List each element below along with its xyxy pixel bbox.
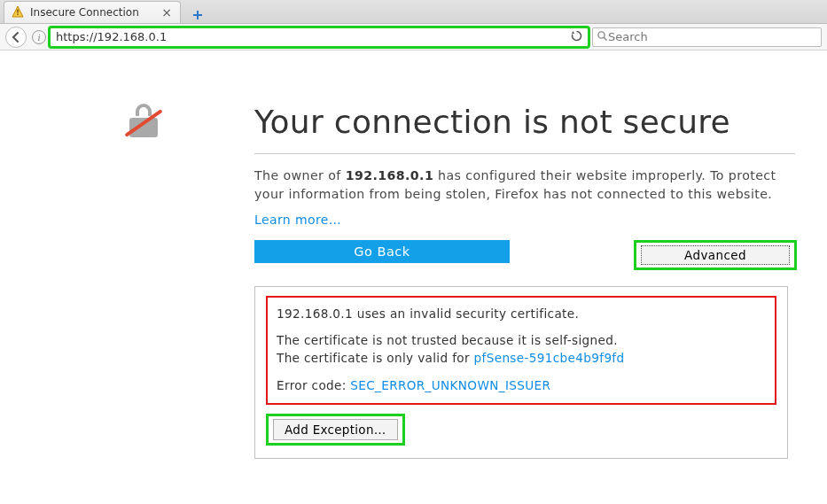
advanced-highlight: Advanced: [634, 240, 797, 270]
reload-icon[interactable]: [566, 28, 588, 45]
add-exception-highlight: Add Exception…: [266, 414, 405, 446]
page: Your connection is not secure The owner …: [0, 50, 827, 477]
site-info-icon[interactable]: i: [32, 30, 46, 44]
learn-more-link[interactable]: Learn more…: [254, 213, 341, 227]
tab-close-icon[interactable]: ×: [159, 5, 175, 19]
back-button[interactable]: [5, 27, 27, 48]
advanced-button[interactable]: Advanced: [641, 245, 790, 265]
tab-insecure[interactable]: Insecure Connection ×: [4, 1, 181, 23]
go-back-button[interactable]: Go Back: [254, 240, 510, 263]
advanced-panel: 192.168.0.1 uses an invalid security cer…: [254, 286, 788, 460]
error-host: 192.168.0.1: [346, 168, 434, 182]
error-code-link[interactable]: SEC_ERROR_UNKNOWN_ISSUER: [350, 378, 550, 392]
tabstrip: Insecure Connection ×: [0, 0, 827, 24]
svg-rect-4: [193, 14, 202, 16]
search-input[interactable]: [608, 30, 817, 43]
svg-rect-2: [17, 13, 18, 14]
insecure-lock-icon: [126, 109, 161, 137]
svg-line-7: [604, 37, 606, 40]
cert-error-box: 192.168.0.1 uses an invalid security cer…: [266, 296, 776, 406]
new-tab-button[interactable]: [187, 6, 208, 23]
cert-valid-for-link[interactable]: pfSense-591cbe4b9f9fd: [474, 351, 625, 365]
navbar: i: [0, 24, 827, 50]
svg-rect-1: [17, 9, 18, 12]
tab-title: Insecure Connection: [30, 6, 139, 19]
divider: [254, 153, 795, 154]
error-description: The owner of 192.168.0.1 has configured …: [254, 167, 795, 203]
error-heading: Your connection is not secure: [254, 104, 795, 141]
insecure-icon-col: [32, 104, 254, 459]
svg-marker-5: [572, 31, 574, 34]
search-bar[interactable]: [592, 27, 822, 47]
url-bar[interactable]: [50, 27, 589, 47]
svg-point-6: [598, 32, 605, 38]
url-input[interactable]: [51, 30, 566, 43]
add-exception-button[interactable]: Add Exception…: [273, 419, 398, 440]
warning-icon: [12, 5, 24, 20]
search-icon: [597, 28, 608, 45]
